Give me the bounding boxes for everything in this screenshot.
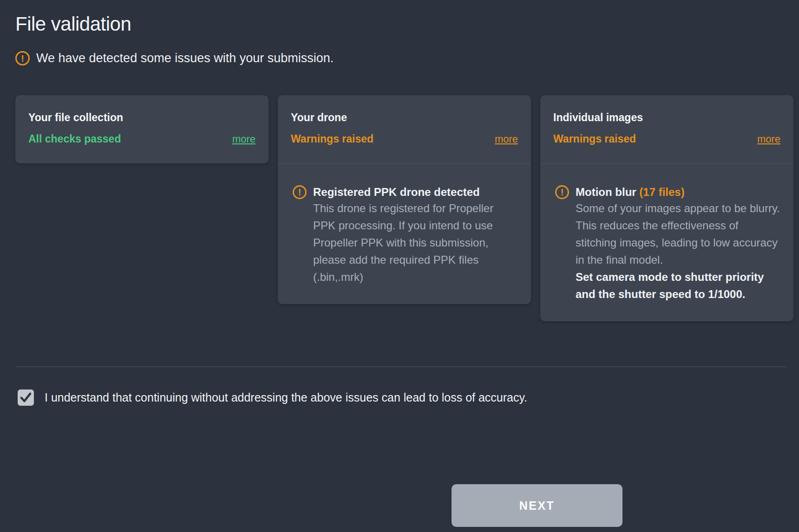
status-row: Warnings raised more [291, 132, 518, 146]
warning-description: This drone is registered for Propeller P… [313, 200, 517, 285]
card-title: Your drone [291, 111, 518, 124]
file-validation-modal: File validation ! We have detected some … [0, 0, 799, 532]
card-individual-images: Individual images Warnings raised more !… [540, 95, 793, 321]
status-row: Warnings raised more [553, 132, 780, 146]
warning-description: Some of your images appear to be blurry.… [576, 200, 780, 268]
card-title: Individual images [553, 111, 780, 124]
card-drone-warning: ! Registered PPK drone detected This dro… [278, 163, 531, 304]
validation-summary-text: We have detected some issues with your s… [36, 51, 334, 65]
warning-title-text: Motion blur [576, 186, 636, 198]
status-badge: Warnings raised [291, 132, 373, 146]
acknowledge-label: I understand that continuing without add… [45, 391, 527, 404]
more-link[interactable]: more [757, 133, 780, 145]
warning-icon: ! [15, 51, 30, 65]
warning-icon: ! [555, 185, 569, 199]
status-row: All checks passed more [28, 132, 255, 146]
section-divider [15, 366, 786, 367]
acknowledge-checkbox[interactable] [18, 389, 34, 406]
next-button[interactable]: NEXT [452, 484, 622, 527]
warning-recommendation: Set camera mode to shutter priority and … [576, 268, 780, 303]
warning-content: Motion blur (17 files) Some of your imag… [576, 184, 780, 303]
card-individual-images-header: Individual images Warnings raised more [540, 95, 793, 163]
card-title: Your file collection [28, 111, 255, 124]
validation-cards: Your file collection All checks passed m… [15, 95, 785, 321]
card-drone-header: Your drone Warnings raised more [278, 95, 531, 163]
status-badge: Warnings raised [553, 132, 636, 146]
checkmark-icon [20, 392, 32, 403]
validation-summary: ! We have detected some issues with your… [15, 51, 785, 65]
card-file-collection-header: Your file collection All checks passed m… [15, 95, 269, 163]
acknowledge-row: I understand that continuing without add… [18, 389, 785, 406]
card-file-collection: Your file collection All checks passed m… [15, 95, 269, 163]
card-drone: Your drone Warnings raised more ! Regist… [278, 95, 531, 304]
status-badge: All checks passed [28, 132, 121, 146]
files-count-badge: (17 files) [639, 186, 684, 198]
warning-title: Registered PPK drone detected [313, 184, 517, 200]
page-title: File validation [15, 13, 785, 35]
warning-icon: ! [293, 185, 307, 199]
warning-content: Registered PPK drone detected This drone… [313, 184, 517, 285]
more-link[interactable]: more [495, 133, 518, 145]
more-link[interactable]: more [232, 133, 255, 145]
card-individual-images-warning: ! Motion blur (17 files) Some of your im… [540, 163, 793, 321]
warning-title: Motion blur (17 files) [576, 184, 780, 200]
